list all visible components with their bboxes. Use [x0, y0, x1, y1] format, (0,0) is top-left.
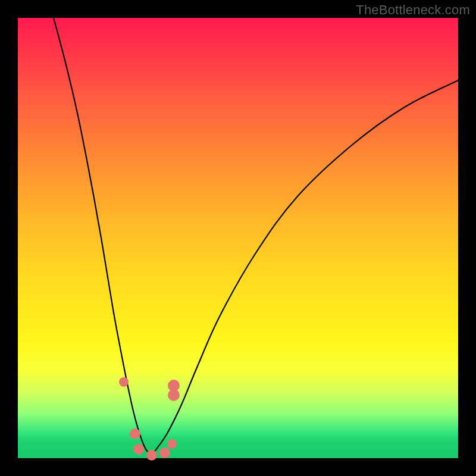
data-point — [119, 377, 129, 387]
chart-frame: TheBottleneck.com — [0, 0, 476, 476]
plot-area — [18, 18, 458, 458]
curve-svg — [18, 18, 458, 458]
watermark-text: TheBottleneck.com — [356, 2, 470, 18]
curve-right-branch — [152, 80, 458, 455]
data-point — [167, 439, 177, 449]
data-point — [159, 447, 170, 458]
data-point — [130, 428, 140, 439]
data-point — [146, 450, 157, 461]
data-point — [168, 380, 180, 392]
data-point — [133, 444, 144, 455]
curve-left-branch — [54, 18, 152, 455]
